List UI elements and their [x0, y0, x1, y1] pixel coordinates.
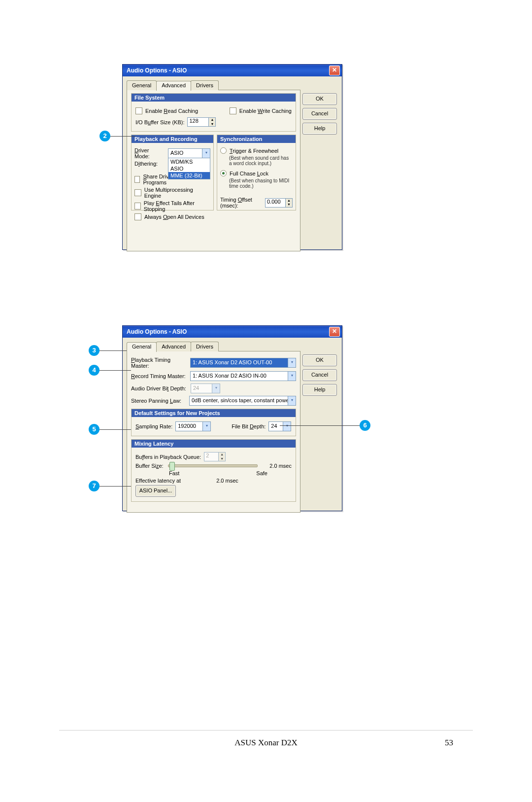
radio-full-chase[interactable] [220, 170, 227, 176]
label-trigger: Trigger & Freewheel [230, 148, 278, 154]
section-file-system: File System [132, 94, 296, 102]
hint-trigger: (Best when sound card has a word clock i… [229, 155, 293, 166]
section-sync: Synchronization [217, 135, 296, 143]
checkbox-share-drivers[interactable] [134, 176, 140, 183]
callout-7: 7 [89, 481, 100, 491]
select-playback-master[interactable]: 1: ASUS Xonar D2 ASIO OUT-00 ▾ [190, 358, 296, 368]
callout-3: 3 [89, 345, 100, 356]
select-file-bit-depth[interactable]: 24 ▾ [268, 421, 291, 431]
section-mixing: Mixing Latency [132, 440, 296, 448]
label-sampling-rate: Sampling Rate: [135, 423, 172, 429]
label-timing-offset: Timing Offset (msec): [220, 197, 262, 209]
tab-drivers[interactable]: Drivers [191, 342, 219, 351]
asio-panel-button[interactable]: ASIO Panel... [135, 485, 176, 497]
radio-trigger[interactable] [220, 147, 227, 154]
cancel-button[interactable]: Cancel [302, 108, 337, 120]
ok-button[interactable]: OK [302, 354, 337, 366]
label-bit-depth: Audio Driver Bit Depth: [131, 385, 188, 391]
tabpanel-advanced: File System Enable Read Caching Enable W… [127, 90, 300, 251]
slider-buffer-size[interactable] [168, 464, 258, 467]
chevron-down-icon: ▾ [212, 384, 220, 393]
select-record-master[interactable]: 1: ASUS Xonar D2 ASIO IN-00 ▾ [190, 371, 296, 381]
window-title: Audio Options - ASIO [127, 328, 187, 335]
dialog-advanced: Audio Options - ASIO ✕ General Advanced … [122, 64, 342, 250]
tab-advanced[interactable]: Advanced [156, 342, 191, 351]
label-multiproc: Use Multiprocessing Engine [144, 187, 210, 199]
close-icon[interactable]: ✕ [329, 66, 340, 75]
chevron-down-icon: ▾ [283, 422, 291, 431]
hint-full-chase: (Best when chasing to MIDI time code.) [229, 178, 293, 189]
spinner-io-buffer[interactable]: 128 ▲▼ [187, 117, 216, 127]
label-always-open: Always Open All Devices [144, 214, 204, 220]
chevron-down-icon: ▾ [288, 396, 296, 405]
select-driver-mode[interactable]: ASIO ▾ WDM/KS ASIO MME (32-Bit) [168, 148, 210, 158]
checkbox-always-open[interactable] [134, 213, 141, 220]
value-buffer-size: 2.0 msec [269, 463, 292, 469]
label-read-caching: Enable Read Caching [145, 108, 198, 114]
label-playback-master: Playback Timing Master: [131, 357, 187, 369]
label-io-buffer: I/O Buffer Size (KB): [135, 119, 184, 125]
footer-divider [59, 730, 473, 731]
label-file-bit-depth: File Bit Depth: [232, 423, 266, 429]
spinner-buffers-queue: 2 ▲▼ [204, 452, 226, 461]
spinner-up-icon: ▲ [209, 118, 215, 122]
tab-general[interactable]: General [127, 342, 157, 352]
callout-2: 2 [100, 131, 110, 141]
chevron-down-icon: ▾ [202, 422, 210, 431]
label-buffers-queue: Buffers in Playback Queue: [135, 454, 201, 460]
cancel-button[interactable]: Cancel [302, 369, 337, 381]
callout-4: 4 [89, 365, 100, 376]
chevron-down-icon: ▾ [202, 149, 210, 158]
tab-general[interactable]: General [127, 80, 157, 90]
label-fast: Fast [169, 470, 179, 476]
label-panning: Stereo Panning Law: [131, 398, 186, 404]
label-write-caching: Enable Write Caching [239, 108, 292, 114]
section-defaults: Default Settings for New Projects [132, 409, 296, 417]
titlebar[interactable]: Audio Options - ASIO ✕ [123, 65, 342, 76]
footer-product: ASUS Xonar D2X [234, 738, 298, 748]
help-button[interactable]: Help [302, 384, 337, 396]
label-dithering: Dithering: [134, 161, 165, 167]
dialog-general: Audio Options - ASIO ✕ General Advanced … [122, 325, 342, 511]
label-buffer-size: Buffer Size: [135, 463, 165, 469]
checkbox-write-caching[interactable] [230, 107, 236, 114]
chevron-down-icon: ▾ [288, 372, 296, 381]
dropdown-driver-mode[interactable]: WDM/KS ASIO MME (32-Bit) [168, 158, 210, 179]
window-title: Audio Options - ASIO [127, 67, 187, 74]
footer-page: 53 [445, 738, 453, 748]
section-playback: Playback and Recording [132, 135, 213, 143]
close-icon[interactable]: ✕ [329, 327, 340, 337]
label-effect-tails: Play Effect Tails After Stopping [144, 200, 210, 212]
select-panning[interactable]: 0dB center, sin/cos taper, constant powe… [189, 396, 296, 406]
titlebar[interactable]: Audio Options - ASIO ✕ [123, 326, 342, 338]
label-full-chase: Full Chase Lock [230, 171, 268, 176]
value-effective-latency: 2.0 msec [216, 478, 238, 484]
tab-drivers[interactable]: Drivers [191, 80, 219, 90]
tabpanel-general: Playback Timing Master: 1: ASUS Xonar D2… [127, 351, 300, 513]
checkbox-effect-tails[interactable] [134, 203, 141, 209]
ok-button[interactable]: OK [302, 93, 337, 105]
chevron-down-icon: ▾ [288, 358, 296, 367]
label-record-master: Record Timing Master: [131, 373, 187, 379]
checkbox-multiproc[interactable] [134, 189, 141, 196]
help-button[interactable]: Help [302, 123, 337, 135]
label-driver-mode: Driver Mode: [134, 147, 165, 159]
spinner-down-icon: ▼ [209, 122, 215, 127]
callout-6: 6 [360, 420, 370, 431]
callout-5: 5 [89, 424, 100, 435]
label-safe: Safe [256, 470, 267, 476]
select-sampling-rate[interactable]: 192000 ▾ [175, 421, 211, 431]
checkbox-read-caching[interactable] [135, 107, 142, 114]
spinner-timing-offset[interactable]: 0.000 ▲▼ [265, 198, 293, 208]
select-bit-depth: 24 ▾ [191, 384, 220, 393]
tab-advanced[interactable]: Advanced [156, 81, 191, 91]
label-effective-latency: Effective latency at [135, 478, 181, 484]
